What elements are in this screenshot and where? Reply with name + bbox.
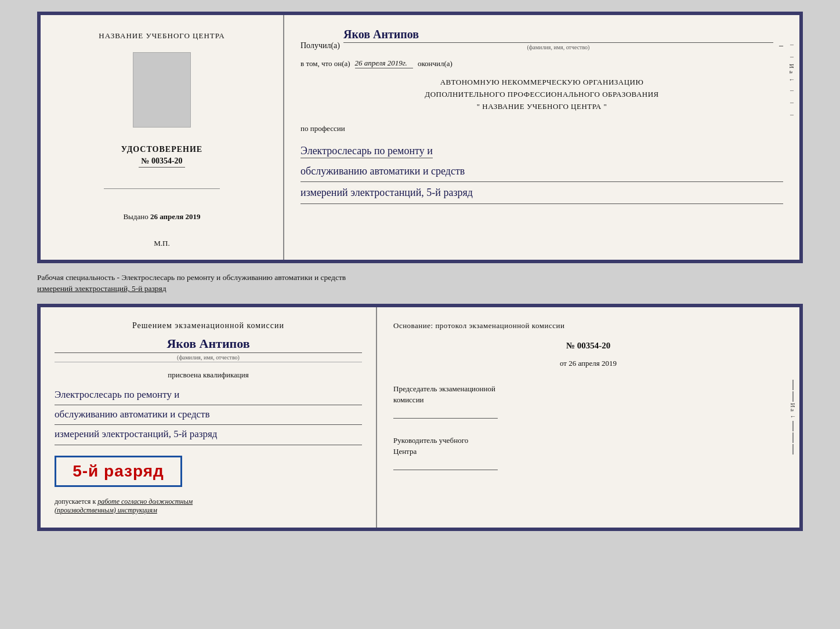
udostoverenie-title: УДОСТОВЕРЕНИЕ: [121, 145, 202, 154]
top-left-title: НАЗВАНИЕ УЧЕБНОГО ЦЕНТРА: [99, 31, 225, 41]
top-doc-right: Получил(а) Яков Антипов (фамилия, имя, о…: [284, 15, 799, 260]
bottom-name: Яков Антипов: [55, 336, 362, 353]
deco-bar-5: [792, 444, 794, 455]
profession-block: Электрослесарь по ремонту и обслуживанию…: [300, 141, 783, 203]
rukov-line2: Центра: [393, 446, 783, 457]
rukov-line1: Руководитель учебного: [393, 435, 783, 446]
deco-char-a: а: [788, 71, 795, 74]
vydano-label: Выдано: [123, 212, 148, 221]
vtom-line: в том, что он(а) 26 апреля 2019г. окончи…: [300, 59, 783, 68]
chairman-signature-line: [393, 408, 498, 419]
udostoverenie-number: № 00354-20: [139, 157, 184, 168]
poluchil-label: Получил(а): [300, 41, 340, 50]
razryad-text: 5-й разряд: [64, 462, 172, 481]
poluchil-name: Яков Антипов: [343, 28, 773, 43]
deco-dash-1: –: [790, 40, 794, 49]
vtom-prefix: в том, что он(а): [300, 59, 350, 68]
org-line2: ДОПОЛНИТЕЛЬНОГО ПРОФЕССИОНАЛЬНОГО ОБРАЗО…: [300, 89, 783, 101]
top-right-decoration: – – И а ← – – –: [787, 15, 797, 260]
deco-char-i: И: [788, 64, 795, 68]
profession-line3: измерений электростанций, 5-й разряд: [300, 183, 783, 203]
mp-label: М.П.: [154, 233, 169, 248]
bottom-doc-right: Основание: протокол экзаменационной коми…: [377, 307, 799, 528]
dopuskaetsya-prefix: допускается к: [55, 497, 96, 506]
received-line: Получил(а) Яков Антипов (фамилия, имя, о…: [300, 28, 783, 50]
prisvoena-line: присвоена квалификация: [55, 370, 362, 380]
chairman-block: Председатель экзаменационной комиссии: [393, 383, 783, 419]
profession-line2: обслуживанию автоматики и средств: [300, 162, 783, 182]
deco-bar-1: [792, 380, 794, 390]
bottom-name-block: Яков Антипов (фамилия, имя, отчество): [55, 336, 362, 362]
dopuskaetsya-italic2: (производственным) инструкциям: [55, 506, 157, 514]
rukov-block: Руководитель учебного Центра: [393, 435, 783, 470]
org-line1: АВТОНОМНУЮ НЕКОММЕРЧЕСКУЮ ОРГАНИЗАЦИЮ: [300, 77, 783, 89]
ot-date: от 26 апреля 2019: [393, 359, 783, 368]
deco-bar-4: [792, 432, 794, 443]
po-professii: по профессии: [300, 124, 783, 133]
razryad-box: 5-й разряд: [55, 456, 182, 487]
qual-line2: обслуживанию автоматики и средств: [55, 405, 362, 425]
vtom-suffix: окончил(а): [418, 59, 452, 68]
dopuskaetsya-italic1: работе согласно должностным: [97, 497, 193, 506]
decision-title: Решением экзаменационной комиссии: [55, 321, 362, 330]
deco-bar-3: [792, 421, 794, 431]
vydano-date: 26 апреля 2019: [150, 212, 201, 221]
middle-text-block: Рабочая специальность - Электрослесарь п…: [37, 272, 803, 294]
qual-line1: Электрослесарь по ремонту и: [55, 386, 362, 405]
chairman-line2: комиссии: [393, 394, 783, 406]
ot-label: от: [560, 359, 567, 368]
udostoverenie-block: УДОСТОВЕРЕНИЕ № 00354-20: [121, 145, 202, 168]
issue-line: Выдано 26 апреля 2019: [123, 212, 200, 221]
bottom-document: Решением экзаменационной комиссии Яков А…: [37, 304, 803, 531]
deco-char-i2: И: [790, 403, 796, 408]
deco-arrow2: ←: [790, 413, 796, 420]
dopuskaetsya-line: допускается к работе согласно должностны…: [55, 497, 362, 515]
middle-line2: измерений электростанций, 5-й разряд: [37, 283, 803, 294]
deco-dash-3: –: [790, 86, 794, 94]
profession-line1: Электрослесарь по ремонту и: [300, 145, 433, 158]
deco-dash-4: –: [790, 98, 794, 107]
bottom-right-decoration: И а ←: [787, 307, 799, 528]
protocol-number: № 00354-20: [393, 341, 783, 351]
deco-arrow: ←: [789, 76, 795, 83]
chairman-line1: Председатель экзаменационной: [393, 383, 783, 395]
deco-dash-5: –: [790, 110, 794, 119]
fio-subtitle: (фамилия, имя, отчество): [343, 44, 773, 50]
osnovaniye-title: Основание: протокол экзаменационной коми…: [393, 321, 783, 330]
ot-date-value: 26 апреля 2019: [569, 359, 617, 368]
deco-dash-2: –: [790, 52, 794, 61]
top-doc-left: НАЗВАНИЕ УЧЕБНОГО ЦЕНТРА УДОСТОВЕРЕНИЕ №…: [41, 15, 284, 260]
bottom-fio-label: (фамилия, имя, отчество): [55, 354, 362, 362]
qual-block: Электрослесарь по ремонту и обслуживанию…: [55, 386, 362, 445]
bottom-doc-left: Решением экзаменационной комиссии Яков А…: [41, 307, 377, 528]
vtom-date: 26 апреля 2019г.: [355, 59, 413, 68]
middle-line1: Рабочая специальность - Электрослесарь п…: [37, 272, 803, 283]
deco-char-a2: а: [790, 409, 796, 412]
top-document: НАЗВАНИЕ УЧЕБНОГО ЦЕНТРА УДОСТОВЕРЕНИЕ №…: [37, 12, 803, 263]
deco-bar-2: [792, 391, 794, 402]
rukov-signature-line: [393, 460, 498, 470]
cert-photo: [133, 52, 191, 128]
qual-line3: измерений электростанций, 5-й разряд: [55, 425, 362, 445]
org-line3: " НАЗВАНИЕ УЧЕБНОГО ЦЕНТРА ": [300, 101, 783, 113]
org-block: АВТОНОМНУЮ НЕКОММЕРЧЕСКУЮ ОРГАНИЗАЦИЮ ДО…: [300, 77, 783, 112]
